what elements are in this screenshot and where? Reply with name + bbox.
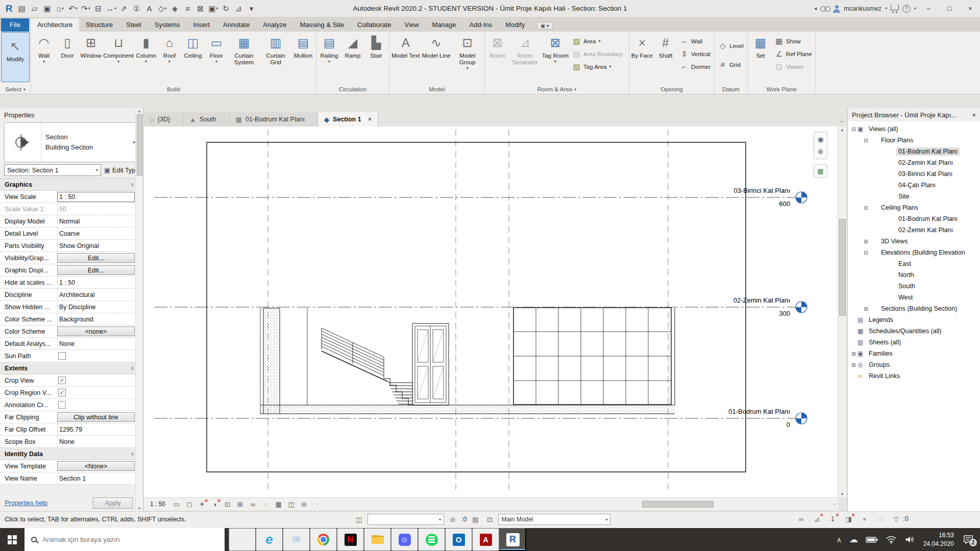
property-row[interactable]: Discipline Architectural: [0, 289, 143, 301]
panel-label-room-area[interactable]: Room & Area▾: [486, 85, 628, 94]
ribbon-tab[interactable]: File: [1, 18, 29, 32]
ribbon-tab[interactable]: Add-Ins: [463, 18, 499, 32]
shaft-button[interactable]: #Shaft: [654, 32, 677, 64]
tag-room-button[interactable]: ⊠Tag Room▾: [541, 32, 570, 70]
file-explorer-icon[interactable]: [364, 528, 391, 551]
drag-elements-on-selection-icon[interactable]: +: [859, 514, 870, 524]
measure-icon[interactable]: ↔▾: [105, 2, 117, 15]
close-hidden-windows-icon[interactable]: ⊠: [194, 2, 207, 15]
apply-button[interactable]: Apply: [93, 497, 133, 509]
search-input[interactable]: [42, 536, 195, 543]
ribbon-tab[interactable]: Architecture: [31, 18, 79, 32]
tree-sections[interactable]: ⊞ Sections (Building Section): [848, 303, 980, 314]
tree-floor-plan-site[interactable]: Site: [848, 191, 980, 202]
mail-icon[interactable]: ✉: [283, 528, 310, 551]
scale-control[interactable]: 1 : 50: [148, 500, 169, 508]
property-row[interactable]: Show Hidden ... By Discipline: [0, 301, 143, 313]
tree-floor-plan-zemin[interactable]: 02-Zemin Kat Planı: [848, 157, 980, 168]
properties-scrollbar[interactable]: ▴▾: [135, 108, 143, 511]
task-view-icon[interactable]: [229, 528, 256, 551]
property-row[interactable]: Display Model Normal: [0, 215, 143, 228]
design-option-combo[interactable]: Main Model▾: [498, 514, 610, 525]
aligned-dimension-icon[interactable]: ⇗: [118, 2, 130, 15]
slope-icon[interactable]: ⊿: [233, 2, 245, 15]
tree-ceiling-plans[interactable]: ⊟ Ceiling Plans: [848, 202, 980, 213]
hscroll-right-icon[interactable]: ›: [831, 502, 838, 507]
editable-only-icon[interactable]: ⊘: [447, 514, 458, 524]
property-row[interactable]: View Scale 1 : 50: [0, 191, 143, 203]
property-row[interactable]: Far Clip Offset 1295.79: [0, 423, 143, 436]
project-browser-close-icon[interactable]: ×: [972, 111, 976, 119]
view-tab-overflow-icon[interactable]: ⌄: [837, 118, 847, 127]
filter-icon[interactable]: ▽: [891, 514, 902, 524]
shadows-icon[interactable]: ◑×: [209, 499, 220, 509]
select-pinned-elements-icon[interactable]: ↧×: [827, 514, 839, 524]
edit-type-button[interactable]: ▣Edit Type: [104, 166, 139, 174]
property-row[interactable]: Detail Level Coarse: [0, 228, 143, 240]
property-row[interactable]: View Name Section 1: [0, 472, 143, 485]
window-button[interactable]: ⊞Window: [79, 32, 103, 64]
print-icon[interactable]: ⊟: [92, 2, 105, 15]
select-elements-by-face-icon[interactable]: ◨×: [843, 514, 854, 524]
ribbon-tab[interactable]: Massing & Site: [293, 18, 351, 32]
hscroll-left-icon[interactable]: ‹: [314, 502, 321, 507]
open-icon[interactable]: ▱: [29, 2, 41, 15]
view-tab-south[interactable]: ▲ South: [183, 112, 230, 127]
home-icon[interactable]: ⌂▾: [54, 2, 66, 15]
tree-elevation-east[interactable]: East: [848, 258, 980, 269]
tree-expander-icon[interactable]: ⊞: [862, 306, 870, 312]
tree-legends[interactable]: ▤ Legends: [848, 314, 980, 325]
ribbon-tab[interactable]: Analyze: [256, 18, 293, 32]
zoom-tool-icon[interactable]: ⊕: [815, 145, 826, 158]
property-row[interactable]: Crop View ✓: [0, 374, 143, 387]
model-line-button[interactable]: ∿Model Line: [421, 32, 451, 64]
element-selector[interactable]: Section: Section 1▾: [4, 164, 101, 176]
tree-ceiling-zemin[interactable]: 02-Zemin Kat Planı: [848, 224, 980, 236]
ceiling-button[interactable]: ◫Ceiling: [181, 32, 205, 64]
roof-button[interactable]: ⌂Roof▾: [158, 32, 181, 64]
taskbar-clock[interactable]: 16:53 24.04.2020: [923, 531, 954, 547]
crop-view-icon[interactable]: ⊡: [222, 499, 233, 509]
canvas-vertical-scrollbar[interactable]: ▴▾: [838, 127, 846, 497]
workset-combo[interactable]: ▾: [368, 514, 444, 525]
default-3d-view-icon[interactable]: ◇▾: [156, 2, 168, 15]
wifi-icon[interactable]: [886, 535, 897, 544]
panel-label-select[interactable]: Select▾: [1, 85, 30, 94]
property-row[interactable]: Scale Value 1: 50: [0, 203, 143, 215]
spotify-icon[interactable]: [418, 528, 445, 551]
tree-expander-icon[interactable]: ⊟: [862, 205, 870, 211]
wall-button[interactable]: ◠Wall▾: [32, 32, 56, 64]
property-row[interactable]: Color Scheme ... Background: [0, 313, 143, 325]
tree-floor-plan-cati[interactable]: 04-Çatı Planı: [848, 180, 980, 191]
property-row[interactable]: Extents ∧: [0, 362, 143, 374]
notification-center-icon[interactable]: 2: [962, 534, 975, 546]
design-options-icon[interactable]: ▤: [470, 514, 481, 524]
tree-revit-links[interactable]: ∞ Revit Links: [848, 370, 980, 382]
signed-in-user[interactable]: mcankusmez: [844, 5, 881, 12]
viewer-button[interactable]: ⊡Viewer: [772, 60, 815, 73]
ribbon-tab[interactable]: Modify: [499, 18, 531, 32]
modify-button[interactable]: ↖Modify: [1, 32, 30, 82]
thin-lines-icon[interactable]: ≡: [182, 2, 194, 15]
door-button[interactable]: ▯Door: [56, 32, 79, 64]
properties-palette-icon[interactable]: ▤: [16, 2, 28, 15]
tree-elevation-west[interactable]: West: [848, 292, 980, 303]
onedrive-icon[interactable]: ☁: [849, 534, 858, 545]
level-annotation[interactable]: 02-Zemin Kat Planı 300: [733, 296, 790, 317]
restore-button[interactable]: □: [941, 2, 958, 15]
reveal-constraints-icon[interactable]: ⊖: [298, 499, 310, 509]
tree-floor-plan-birinci[interactable]: 03-Birinci Kat Planı: [848, 168, 980, 180]
properties-help-link[interactable]: Properties help: [5, 499, 47, 507]
ribbon-tab[interactable]: Manage: [426, 18, 463, 32]
property-row[interactable]: Default Analys... None: [0, 338, 143, 350]
area-button[interactable]: ▨Area▾: [570, 35, 628, 47]
close-button[interactable]: ×: [962, 2, 979, 15]
room-separator-button[interactable]: ⊿Room Separator: [509, 32, 541, 70]
curtain-system-button[interactable]: ▦Curtain System: [228, 32, 260, 70]
show-work-plane-button[interactable]: ▦Show: [772, 35, 815, 47]
spinner-icon[interactable]: ◌: [875, 514, 886, 524]
detail-level-icon[interactable]: ▭: [170, 499, 182, 509]
property-row[interactable]: Visibility/Grap... Edit...: [0, 252, 143, 264]
tag-icon[interactable]: ①: [131, 2, 143, 15]
navigation-home-icon[interactable]: ▦: [814, 164, 827, 178]
